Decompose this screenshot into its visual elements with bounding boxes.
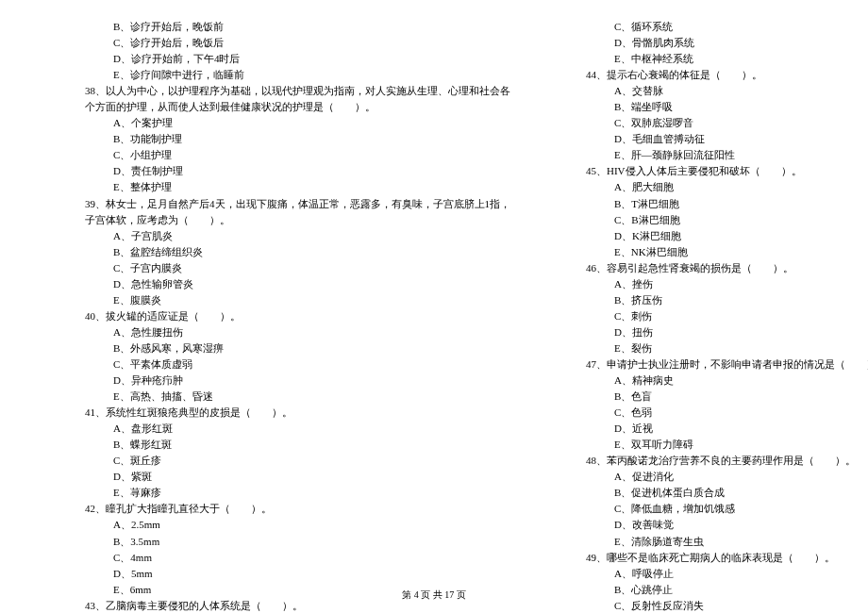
question-line: 48、苯丙酸诺龙治疗营养不良的主要药理作用是（ ）。 <box>586 453 868 469</box>
question-line: 子宫体软，应考虑为（ ）。 <box>85 212 510 228</box>
option-line: E、诊疗间隙中进行，临睡前 <box>85 67 510 83</box>
exam-page: B、诊疗开始后，晚饭前C、诊疗开始后，晚饭后D、诊疗开始前，下午4时后E、诊疗间… <box>0 0 868 613</box>
option-line: A、呼吸停止 <box>586 566 868 582</box>
option-line: B、诊疗开始后，晚饭前 <box>85 19 510 35</box>
option-line: E、清除肠道寄生虫 <box>586 534 868 550</box>
option-line: C、诊疗开始后，晚饭后 <box>85 35 510 51</box>
option-line: D、异种疮疖肿 <box>85 373 510 389</box>
option-line: C、平素体质虚弱 <box>85 356 510 373</box>
right-column: C、循环系统D、骨骼肌肉系统E、中枢神经系统44、提示右心衰竭的体征是（ ）。A… <box>586 19 868 613</box>
option-line: D、责任制护理 <box>85 163 510 179</box>
option-line: D、急性输卵管炎 <box>85 276 510 292</box>
option-line: C、子宫内膜炎 <box>85 260 510 276</box>
option-line: B、色盲 <box>586 389 868 405</box>
page-footer: 第 4 页 共 17 页 <box>0 588 868 602</box>
option-line: A、肥大细胞 <box>586 179 868 195</box>
option-line: E、双耳听力障碍 <box>586 437 868 453</box>
question-line: 42、瞳孔扩大指瞳孔直径大于（ ）。 <box>85 501 510 517</box>
option-line: E、腹膜炎 <box>85 292 510 308</box>
option-line: A、子宫肌炎 <box>85 228 510 244</box>
option-line: D、紫斑 <box>85 469 510 485</box>
option-line: B、外感风寒，风寒湿痹 <box>85 340 510 356</box>
option-line: A、盘形红斑 <box>85 421 510 437</box>
option-line: C、降低血糖，增加饥饿感 <box>586 501 868 517</box>
option-line: B、端坐呼吸 <box>586 99 868 115</box>
option-line: A、促进消化 <box>586 469 868 485</box>
option-line: C、色弱 <box>586 405 868 421</box>
left-column: B、诊疗开始后，晚饭前C、诊疗开始后，晚饭后D、诊疗开始前，下午4时后E、诊疗间… <box>85 19 510 613</box>
option-line: C、4mm <box>85 550 510 566</box>
option-line: B、3.5mm <box>85 534 510 550</box>
option-line: C、双肺底湿啰音 <box>586 115 868 131</box>
option-line: B、功能制护理 <box>85 131 510 147</box>
option-line: B、盆腔结缔组织炎 <box>85 244 510 260</box>
option-line: E、肝—颈静脉回流征阳性 <box>586 147 868 163</box>
question-line: 41、系统性红斑狼疮典型的皮损是（ ）。 <box>85 405 510 421</box>
option-line: E、中枢神经系统 <box>586 51 868 67</box>
option-line: E、荨麻疹 <box>85 485 510 501</box>
option-line: A、精神病史 <box>586 373 868 389</box>
option-line: A、交替脉 <box>586 83 868 99</box>
question-line: 个方面的护理，从而使人达到最佳健康状况的护理是（ ）。 <box>85 99 510 115</box>
question-line: 39、林女士，足月自然产后4天，出现下腹痛，体温正常，恶露多，有臭味，子宫底脐上… <box>85 196 510 212</box>
option-line: B、促进机体蛋白质合成 <box>586 485 868 501</box>
question-line: 49、哪些不是临床死亡期病人的临床表现是（ ）。 <box>586 550 868 566</box>
option-line: D、诊疗开始前，下午4时后 <box>85 51 510 67</box>
option-line: D、K淋巴细胞 <box>586 228 868 244</box>
option-line: A、个案护理 <box>85 115 510 131</box>
option-line: E、NK淋巴细胞 <box>586 244 868 260</box>
option-line: E、高热、抽搐、昏迷 <box>85 389 510 405</box>
question-line: 45、HIV侵入人体后主要侵犯和破坏（ ）。 <box>586 163 868 179</box>
option-line: B、蝶形红斑 <box>85 437 510 453</box>
question-line: 47、申请护士执业注册时，不影响申请者申报的情况是（ ）。 <box>586 356 868 373</box>
option-line: D、毛细血管搏动征 <box>586 131 868 147</box>
question-line: 44、提示右心衰竭的体征是（ ）。 <box>586 67 868 83</box>
option-line: C、刺伤 <box>586 308 868 324</box>
option-line: B、T淋巴细胞 <box>586 196 868 212</box>
option-line: B、挤压伤 <box>586 292 868 308</box>
option-line: E、裂伤 <box>586 340 868 356</box>
option-line: C、小组护理 <box>85 147 510 163</box>
option-line: E、整体护理 <box>85 179 510 195</box>
option-line: A、挫伤 <box>586 276 868 292</box>
option-line: A、急性腰扭伤 <box>85 324 510 340</box>
option-line: C、斑丘疹 <box>85 453 510 469</box>
option-line: D、骨骼肌肉系统 <box>586 35 868 51</box>
option-line: D、改善味觉 <box>586 517 868 533</box>
question-line: 38、以人为中心，以护理程序为基础，以现代护理观为指南，对人实施从生理、心理和社… <box>85 83 510 99</box>
option-line: D、扭伤 <box>586 324 868 340</box>
option-line: C、B淋巴细胞 <box>586 212 868 228</box>
option-line: A、2.5mm <box>85 517 510 533</box>
question-line: 40、拔火罐的适应证是（ ）。 <box>85 308 510 324</box>
question-line: 46、容易引起急性肾衰竭的损伤是（ ）。 <box>586 260 868 276</box>
option-line: C、循环系统 <box>586 19 868 35</box>
option-line: D、近视 <box>586 421 868 437</box>
option-line: D、5mm <box>85 566 510 582</box>
